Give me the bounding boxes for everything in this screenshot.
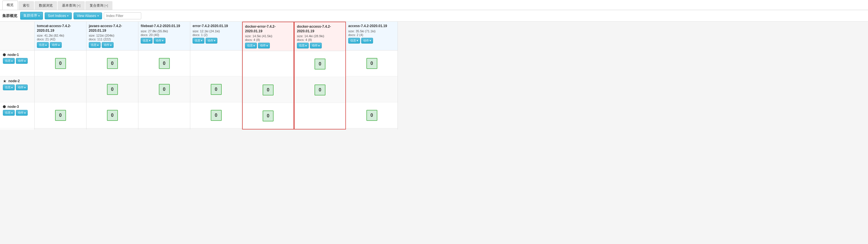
shard-cell-idx1-node0: 0 <box>87 51 138 77</box>
index-btns-5: 信息 ▾动作 ▾ <box>297 43 343 49</box>
index-name-5: docker-access-7.4.2-2020.01.19 <box>297 25 343 33</box>
node-3-action-caret: ▾ <box>24 111 26 115</box>
shard-cell-idx5-node0: 0 <box>294 51 345 77</box>
tab-data-browse[interactable]: 数据浏览 <box>35 1 57 10</box>
node-1-action-button[interactable]: 动作 ▾ <box>16 58 28 64</box>
left-column: node-1 信息 ▾ 动作 ▾ ★ node-2 信息 ▾ 动作 ▾ node… <box>0 22 35 129</box>
index-name-6: access-7.4.2-2020.01.19 <box>348 24 395 29</box>
index-size-4: size: 14.5ki (41.5ki) <box>245 34 291 38</box>
shard-cell-idx6-node0: 0 <box>346 51 398 77</box>
node-3-info-button[interactable]: 信息 ▾ <box>3 110 15 116</box>
index-info-button-1[interactable]: 信息 ▾ <box>89 42 101 48</box>
cluster-sort-label: 集群排序 <box>23 13 37 18</box>
shard-box-idx2-node0: 0 <box>159 58 170 69</box>
index-size-0: size: 41.2ki (82.4ki) <box>37 34 84 37</box>
index-info-button-6[interactable]: 信息 ▾ <box>348 38 360 43</box>
index-action-button-3[interactable]: 动作 ▾ <box>206 38 217 43</box>
node-2-btns: 信息 ▾ 动作 ▾ <box>3 85 31 90</box>
shard-box-idx6-node0: 0 <box>366 58 377 69</box>
sort-indices-label: Sort Indices <box>48 14 66 18</box>
shard-cell-idx4-node2: 0 <box>243 103 293 129</box>
shard-cell-idx3-node1: 0 <box>190 77 242 102</box>
basic-query-plus: [+] <box>77 4 81 7</box>
index-info-caret-1: ▾ <box>97 43 99 47</box>
index-docs-1: docs: 111 (222) <box>89 37 136 41</box>
sort-indices-button[interactable]: Sort Indices ▾ <box>45 12 72 19</box>
index-btns-3: 信息 ▾动作 ▾ <box>192 38 240 43</box>
index-col-6: access-7.4.2-2020.01.19size: 35.5ki (71.… <box>346 22 398 129</box>
shard-box-idx3-node2: 0 <box>211 110 222 121</box>
node-3-dot <box>3 105 6 108</box>
node-2-label: node-2 <box>8 79 20 83</box>
node-row-1: node-1 信息 ▾ 动作 ▾ <box>0 51 34 77</box>
index-info-button-2[interactable]: 信息 ▾ <box>141 38 153 43</box>
index-docs-5: docs: 4 (8) <box>297 38 343 41</box>
shard-cell-idx6-node2: 0 <box>346 102 398 128</box>
index-col-3: error-7.4.2-2020.01.19size: 12.1ki (24.1… <box>190 22 242 129</box>
node-2-action-button[interactable]: 动作 ▾ <box>16 85 28 90</box>
index-btns-6: 信息 ▾动作 ▾ <box>348 38 395 43</box>
index-header-4: docker-error-7.4.2-2020.01.19size: 14.5k… <box>243 22 293 51</box>
shard-box-idx1-node2: 0 <box>107 110 118 121</box>
shard-box-idx2-node1: 0 <box>159 84 170 95</box>
index-name-3: error-7.4.2-2020.01.19 <box>192 24 240 29</box>
shard-box-idx1-node0: 0 <box>107 58 118 69</box>
node-3-btns: 信息 ▾ 动作 ▾ <box>3 110 31 116</box>
node-row-3: node-3 信息 ▾ 动作 ▾ <box>0 102 34 128</box>
index-action-button-2[interactable]: 动作 ▾ <box>154 38 165 43</box>
index-info-caret-2: ▾ <box>149 39 151 42</box>
index-info-button-5[interactable]: 信息 ▾ <box>297 43 309 49</box>
view-aliases-label: View Aliases <box>77 14 96 18</box>
index-info-caret-6: ▾ <box>356 39 358 42</box>
node-1-name-row: node-1 <box>3 53 31 57</box>
index-info-button-0[interactable]: 信息 ▾ <box>37 42 49 48</box>
index-name-1: javaes-access-7.4.2-2020.01.19 <box>89 24 136 33</box>
node-1-info-button[interactable]: 信息 ▾ <box>3 58 15 64</box>
node-1-btns: 信息 ▾ 动作 ▾ <box>3 58 31 64</box>
index-btns-1: 信息 ▾动作 ▾ <box>89 42 136 48</box>
shard-box-idx4-node2: 0 <box>262 111 274 121</box>
index-action-button-6[interactable]: 动作 ▾ <box>361 38 373 43</box>
index-header-5: docker-access-7.4.2-2020.01.19size: 14.4… <box>294 22 345 51</box>
toolbar: 集群概览 集群排序 ▾ Sort Indices ▾ View Aliases … <box>0 10 868 22</box>
indices-area: tomcat-access-7.4.2-2020.01.19size: 41.2… <box>35 22 868 129</box>
index-col-1: javaes-access-7.4.2-2020.01.19size: 121k… <box>87 22 138 129</box>
tab-overview[interactable]: 概览 <box>2 1 18 10</box>
shard-box-idx4-node1: 0 <box>262 85 274 95</box>
node-3-label: node-3 <box>7 105 19 109</box>
index-action-caret-6: ▾ <box>370 39 371 42</box>
shard-box-idx0-node0: 0 <box>55 58 66 69</box>
node-2-info-button[interactable]: 信息 ▾ <box>3 85 15 90</box>
index-header-2: filebeat-7.4.2-2020.01.19size: 27.8ki (5… <box>138 22 190 51</box>
shard-box-idx6-node2: 0 <box>366 110 377 121</box>
index-col-5: docker-access-7.4.2-2020.01.19size: 14.4… <box>294 22 346 129</box>
nav-tabs: 概览 索引 数据浏览 基本查询 [+] 复合查询 [+] <box>0 0 868 10</box>
index-action-button-5[interactable]: 动作 ▾ <box>310 43 322 49</box>
cluster-sort-button[interactable]: 集群排序 ▾ <box>20 12 43 20</box>
index-action-button-4[interactable]: 动作 ▾ <box>258 43 270 49</box>
index-action-button-0[interactable]: 动作 ▾ <box>50 42 62 48</box>
index-filter-input[interactable] <box>104 12 141 19</box>
index-info-button-3[interactable]: 信息 ▾ <box>192 38 205 43</box>
index-action-caret-2: ▾ <box>162 39 163 42</box>
index-action-button-1[interactable]: 动作 ▾ <box>102 42 114 48</box>
index-header-0: tomcat-access-7.4.2-2020.01.19size: 41.2… <box>35 22 86 51</box>
index-info-button-4[interactable]: 信息 ▾ <box>245 43 257 49</box>
index-action-caret-5: ▾ <box>318 44 320 47</box>
shard-box-idx5-node0: 0 <box>314 59 326 69</box>
index-size-3: size: 12.1ki (24.1ki) <box>192 29 240 33</box>
tab-complex-query[interactable]: 复合查询 [+] <box>85 1 113 10</box>
shard-cell-idx5-node1: 0 <box>294 77 345 103</box>
node-3-action-button[interactable]: 动作 ▾ <box>16 110 28 116</box>
index-action-caret-1: ▾ <box>110 43 112 47</box>
tab-basic-query[interactable]: 基本查询 [+] <box>58 1 85 10</box>
index-name-0: tomcat-access-7.4.2-2020.01.19 <box>37 24 84 33</box>
shard-box-idx1-node1: 0 <box>107 84 118 95</box>
complex-query-plus: [+] <box>104 4 108 7</box>
cluster-sort-caret: ▾ <box>38 14 40 17</box>
tab-index[interactable]: 索引 <box>19 1 34 10</box>
view-aliases-button[interactable]: View Aliases ▾ <box>73 12 102 19</box>
left-header-empty <box>0 22 34 51</box>
shard-cell-idx3-node0 <box>190 51 242 77</box>
node-2-name-row: ★ node-2 <box>3 79 31 83</box>
